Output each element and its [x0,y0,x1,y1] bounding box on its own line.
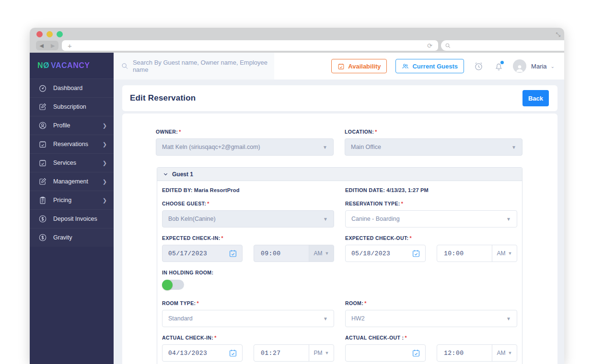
caret-down-icon: ▼ [508,351,512,355]
search-icon [445,43,451,49]
expected-checkin-date-input[interactable]: 05/17/2023 [162,245,243,262]
main-area: Search By Guest name, Owner name, Employ… [114,53,564,364]
reservation-type-value: Canine - Boarding [351,216,400,222]
close-window-button[interactable] [36,31,43,37]
expand-window-icon[interactable]: ⤡ [556,31,559,38]
choose-guest-select[interactable]: Bob Keln(Canine) ▼ [162,210,334,228]
actual-checkout-meridiem-select[interactable]: AM▼ [492,345,517,361]
in-holding-room-toggle[interactable] [162,280,184,290]
address-bar[interactable]: + ⟳ [62,40,438,51]
in-holding-room-label: IN HOLDING ROOM: [162,270,517,275]
page-content: Edit Reservation Back OWNER:* Matt Keln … [114,80,564,364]
location-select[interactable]: Main Office ▼ [345,138,522,156]
chevron-right-icon: ❯ [103,179,107,185]
back-button[interactable]: Back [522,90,549,106]
chevron-right-icon: ❯ [103,123,107,129]
actual-checkout-time-input[interactable]: 12:00 AM▼ [437,344,517,362]
required-asterisk: * [221,235,224,241]
owner-value: Matt Keln (siriusqaqc+2@gmail.com) [162,144,260,150]
browser-search-field[interactable] [441,40,564,51]
dollar-circle-icon [38,233,47,242]
user-menu-chevron-icon[interactable]: ⌄ [551,64,555,69]
expected-checkin-time-value: 09:00 [254,245,309,262]
expected-checkin-label: EXPECTED CHECK-IN:* [162,235,334,241]
forward-arrow-icon[interactable]: ▶ [51,43,55,48]
guest-section: Guest 1 EDITED BY: Maria ResortProd EDIT… [157,167,522,364]
page-header: Edit Reservation Back [122,85,557,111]
expected-checkin-date-value: 05/17/2023 [168,250,207,257]
sidebar-item-label: Services [53,159,76,166]
chevron-down-icon [163,171,168,177]
reservation-type-select[interactable]: Canine - Boarding ▼ [345,210,517,228]
required-asterisk: * [207,201,209,206]
chevron-right-icon: ❯ [103,197,107,204]
required-asterisk: * [197,300,199,306]
sidebar-item-profile[interactable]: Profile❯ [30,116,114,135]
zoom-window-button[interactable] [57,31,63,37]
actual-checkin-date-input[interactable]: 04/13/2023 [162,344,243,362]
room-type-select[interactable]: Standard ▼ [162,310,334,327]
username-label[interactable]: Maria [531,63,547,70]
expected-checkout-label: EXPECTED CHECK-OUT:* [345,235,517,241]
notifications-button[interactable] [493,60,504,72]
sidebar-item-label: Management [53,178,88,185]
availability-button[interactable]: Availability [331,59,387,73]
required-asterisk: * [364,300,367,306]
expected-checkout-time-input[interactable]: 10:00 AM▼ [437,245,517,262]
expected-checkout-meridiem-select[interactable]: AM▼ [492,245,517,262]
owner-select[interactable]: Matt Keln (siriusqaqc+2@gmail.com) ▼ [156,138,334,156]
sidebar-item-dashboard[interactable]: Dashboard [30,79,114,97]
caret-down-icon: ▼ [511,145,516,150]
guest-accordion-header[interactable]: Guest 1 [157,168,522,181]
sidebar-item-management[interactable]: Management❯ [30,172,114,191]
actual-checkin-date-value: 04/13/2023 [168,350,207,357]
sidebar-item-label: Profile [53,122,70,129]
edition-date-text: EDITION DATE: 4/13/23, 1:27 PM [345,187,517,193]
new-tab-icon[interactable]: + [68,42,72,50]
sidebar-item-subscription[interactable]: Subscription [30,97,114,116]
required-asterisk: * [405,335,407,341]
page-title: Edit Reservation [130,93,196,103]
chevron-right-icon: ❯ [103,160,107,166]
expected-checkin-time-input[interactable]: 09:00 AM▼ [254,245,334,262]
global-search-input[interactable]: Search By Guest name, Owner name, Employ… [114,53,274,80]
sidebar-item-label: Reservations [53,141,88,148]
back-arrow-icon[interactable]: ◀ [40,43,44,48]
expected-checkin-meridiem-select[interactable]: AM▼ [309,245,334,262]
caret-down-icon: ▼ [506,316,511,321]
sidebar-item-gravity[interactable]: Gravity [30,228,114,247]
calendar-check-icon [38,140,47,148]
expected-checkout-date-input[interactable]: 05/18/2023 [345,245,426,262]
room-value: HW2 [351,315,365,322]
calendar-icon [412,249,420,258]
reload-icon[interactable]: ⟳ [427,42,432,49]
sidebar-item-deposit-invoices[interactable]: Deposit Invoices [30,209,114,228]
app-logo[interactable]: NØ VACANCY [30,53,114,79]
alarm-button[interactable] [473,60,484,72]
location-value: Main Office [351,144,381,150]
actual-checkin-meridiem-select[interactable]: PM▼ [309,345,334,361]
app-topbar: Search By Guest name, Owner name, Employ… [114,53,564,80]
caret-down-icon: ▼ [323,216,328,222]
person-icon [515,63,524,73]
availability-label: Availability [348,63,381,70]
caret-down-icon: ▼ [323,145,327,150]
room-type-label: ROOM TYPE:* [162,300,334,306]
sidebar-item-services[interactable]: Services❯ [30,153,114,172]
sidebar-item-pricing[interactable]: Pricing❯ [30,191,114,209]
sidebar-item-reservations[interactable]: Reservations❯ [30,135,114,153]
actual-checkout-date-input[interactable] [345,344,426,362]
calendar-icon [229,249,237,258]
actual-checkin-time-input[interactable]: 01:27 PM▼ [254,344,334,362]
user-avatar[interactable] [513,59,526,73]
required-asterisk: * [179,129,181,135]
minimize-window-button[interactable] [46,31,53,37]
reservation-form: OWNER:* Matt Keln (siriusqaqc+2@gmail.co… [122,114,557,364]
browser-window: ◀ ▶ + ⟳ ⤡ NØ VACANCY DashboardSubscripti… [30,28,564,364]
current-guests-button[interactable]: Current Guests [395,59,464,73]
room-type-value: Standard [168,315,193,322]
caret-down-icon: ▼ [323,316,328,321]
room-select[interactable]: HW2 ▼ [345,310,517,327]
toggle-knob [162,280,173,290]
required-asterisk: * [375,129,377,135]
